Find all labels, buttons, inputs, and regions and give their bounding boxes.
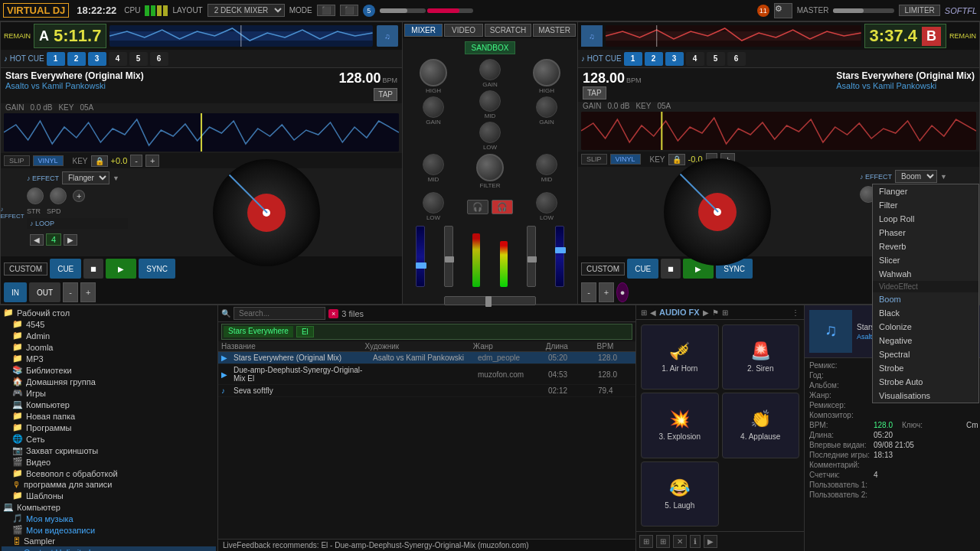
grid-icon[interactable]: ⊞ bbox=[641, 308, 647, 317]
deck-a-stop-button[interactable]: ⏹ bbox=[83, 259, 103, 279]
video-button[interactable]: VIDEO bbox=[444, 24, 482, 37]
tree-item-mymusic[interactable]: 🎵 Моя музыка bbox=[2, 513, 216, 524]
effect-item-reverb[interactable]: Reverb bbox=[873, 240, 978, 253]
tree-item-recorder[interactable]: 🎙 программа для записи bbox=[2, 479, 216, 490]
fx-item-siren[interactable]: 🚨 2. Siren bbox=[722, 324, 800, 390]
scratch-button[interactable]: SCRATCH bbox=[485, 24, 532, 37]
channel-b-fader[interactable] bbox=[555, 226, 564, 287]
settings-icon[interactable]: ⚙ bbox=[774, 3, 792, 18]
master-slider-2[interactable] bbox=[427, 8, 473, 13]
deck-a-effect-select[interactable]: Flanger bbox=[62, 171, 109, 184]
tree-item-screenshots[interactable]: 📷 Захват скриншоты bbox=[2, 445, 216, 456]
deck-b-hotcue-5[interactable]: 5 bbox=[707, 52, 725, 66]
deck-a-pitch-down[interactable]: - bbox=[63, 282, 78, 302]
deck-b-hotcue-3[interactable]: 3 bbox=[665, 52, 684, 66]
effect-item-black[interactable]: Black bbox=[873, 306, 978, 320]
fx-grid2-icon[interactable]: ⊞ bbox=[722, 308, 728, 317]
mixer-low-knob[interactable] bbox=[479, 122, 501, 143]
deck-a-hotcue-3[interactable]: 3 bbox=[88, 52, 106, 66]
mixer-button[interactable]: MIXER bbox=[404, 24, 443, 37]
deck-b-stop-button[interactable]: ⏹ bbox=[661, 259, 681, 279]
deck-a-sync-button[interactable]: SYNC bbox=[139, 259, 175, 279]
deck-b-custom-label[interactable]: CUSTOM bbox=[581, 262, 625, 276]
effect-item-negative[interactable]: Negative bbox=[873, 334, 978, 347]
master-button[interactable]: MASTER bbox=[533, 24, 576, 37]
fx-flag-icon[interactable]: ⚑ bbox=[712, 308, 719, 317]
deck-a-cue-button[interactable]: CUE bbox=[50, 259, 81, 279]
deck-a-tap-button[interactable]: TAP bbox=[374, 88, 397, 101]
fx-arrow-btn[interactable]: ▶ bbox=[704, 535, 717, 548]
fx-item-laugh[interactable]: 😂 5. Laugh bbox=[641, 461, 719, 527]
fx-info-btn[interactable]: ℹ bbox=[690, 535, 701, 548]
effect-item-looproll[interactable]: Loop Roll bbox=[873, 212, 978, 226]
channel-b-gain-knob[interactable] bbox=[536, 96, 557, 118]
deck-a-effect-knob-2[interactable] bbox=[50, 187, 67, 204]
deck-a-pitch-up[interactable]: + bbox=[80, 282, 96, 302]
deck-b-hotcue-1[interactable]: 1 bbox=[624, 52, 642, 66]
fx-grid-btn[interactable]: ⊞ bbox=[656, 535, 670, 548]
effect-item-visualisations[interactable]: Visualisations bbox=[873, 389, 978, 403]
tree-item-admin[interactable]: 📁 Admin bbox=[2, 330, 216, 341]
fx-item-explosion[interactable]: 💥 3. Explosion bbox=[641, 393, 719, 458]
channel-a-fader[interactable] bbox=[416, 226, 425, 287]
effect-item-slicer[interactable]: Slicer bbox=[873, 253, 978, 267]
crossfader[interactable] bbox=[444, 296, 536, 305]
deck-a-play-button[interactable]: ▶ bbox=[106, 259, 136, 279]
deck-b-tap-button[interactable]: TAP bbox=[583, 86, 606, 99]
tree-item-games[interactable]: 🎮 Игры bbox=[2, 387, 216, 399]
track-row-1[interactable]: ▶ Stars Everywhere (Original Mix) Asalto… bbox=[218, 352, 635, 364]
tree-item-allpeople[interactable]: 📁 Всевопол с обработкой bbox=[2, 468, 216, 479]
deck-b-key-lock[interactable]: 🔒 bbox=[668, 154, 685, 165]
effect-item-phaser[interactable]: Phaser bbox=[873, 226, 978, 240]
tree-item-joomla[interactable]: 📁 Joomla bbox=[2, 341, 216, 353]
deck-b-cue-button[interactable]: CUE bbox=[627, 259, 658, 279]
tree-item-mp3[interactable]: 📁 MP3 bbox=[2, 353, 216, 364]
deck-b-slip-button[interactable]: SLIP bbox=[581, 154, 607, 165]
tree-item-libraries[interactable]: 📚 Библиотеки bbox=[2, 364, 216, 376]
headphone-b-btn[interactable]: 🎧 bbox=[492, 200, 513, 214]
deck-a-vinyl-button[interactable]: VINYL bbox=[33, 155, 64, 166]
deck-b-effect-expand[interactable]: ▼ bbox=[940, 173, 947, 181]
fx-item-airhorn[interactable]: 🎺 1. Air Horn bbox=[641, 324, 719, 390]
mixer-gain-a-knob[interactable] bbox=[479, 59, 501, 80]
channel-b-pitch-fader[interactable] bbox=[527, 226, 536, 287]
deck-a-in-button[interactable]: IN bbox=[4, 282, 27, 302]
deck-a-effect-add[interactable]: + bbox=[73, 190, 85, 202]
deck-a-hotcue-5[interactable]: 5 bbox=[129, 52, 148, 66]
deck-a-hotcue-6[interactable]: 6 bbox=[150, 52, 168, 66]
master-slider[interactable] bbox=[380, 8, 426, 13]
ch-a-mid-knob[interactable] bbox=[423, 154, 444, 175]
effect-item-colonize[interactable]: Colonize bbox=[873, 320, 978, 334]
effect-item-boom[interactable]: Boom bbox=[873, 292, 978, 306]
tree-item-templates[interactable]: 📁 Шаблоны bbox=[2, 490, 216, 501]
tree-item-sampler[interactable]: 🎛 Sampler bbox=[2, 536, 216, 546]
headphone-a-btn[interactable]: 🎧 bbox=[467, 200, 488, 214]
mode-button-2[interactable]: ⬛ bbox=[340, 5, 358, 16]
tree-item-myvideo[interactable]: 🎬 Мои видеозаписи bbox=[2, 524, 216, 536]
deck-b-vinyl-button[interactable]: VINYL bbox=[610, 154, 641, 165]
tree-item-content-unlimited[interactable]: ☁ Content Unlimited bbox=[2, 546, 216, 551]
deck-b-vinyl-disk[interactable] bbox=[664, 158, 771, 266]
channel-a-pitch-fader[interactable] bbox=[444, 226, 453, 287]
deck-a-minus-btn[interactable]: - bbox=[130, 155, 142, 167]
play-icon[interactable]: ▶ bbox=[703, 308, 709, 317]
deck-a-vinyl-disk[interactable] bbox=[213, 159, 320, 266]
track-row-2[interactable]: ▶ Due-amp-Deephust-Synergy-Original-Mix … bbox=[218, 364, 635, 385]
search-input[interactable] bbox=[234, 307, 325, 320]
ch-a-low-knob[interactable] bbox=[423, 192, 444, 214]
deck-a-plus-btn[interactable]: + bbox=[145, 155, 159, 167]
tree-item-computer-2[interactable]: 💻 Компьютер bbox=[2, 501, 216, 513]
channel-a-gain-knob[interactable] bbox=[423, 96, 444, 118]
tree-item-computer[interactable]: 💻 Компьютер bbox=[2, 399, 216, 410]
tree-item-newfolder[interactable]: 📁 Новая папка bbox=[2, 410, 216, 422]
tree-item-network[interactable]: 🌐 Сеть bbox=[2, 433, 216, 445]
effect-item-spectral[interactable]: Spectral bbox=[873, 347, 978, 361]
tree-item-video[interactable]: 🎬 Видео bbox=[2, 456, 216, 468]
filter-knob[interactable] bbox=[476, 154, 504, 181]
deck-b-effect-select[interactable]: Boom bbox=[895, 170, 937, 183]
fx-more-icon[interactable]: ⋮ bbox=[792, 308, 799, 317]
deck-a-hotcue-1[interactable]: 1 bbox=[47, 52, 65, 66]
fx-list-btn[interactable]: ⊞ bbox=[639, 535, 653, 548]
effect-item-strobe-auto[interactable]: Strobe Auto bbox=[873, 375, 978, 389]
deck-a-custom-label[interactable]: CUSTOM bbox=[4, 262, 47, 276]
